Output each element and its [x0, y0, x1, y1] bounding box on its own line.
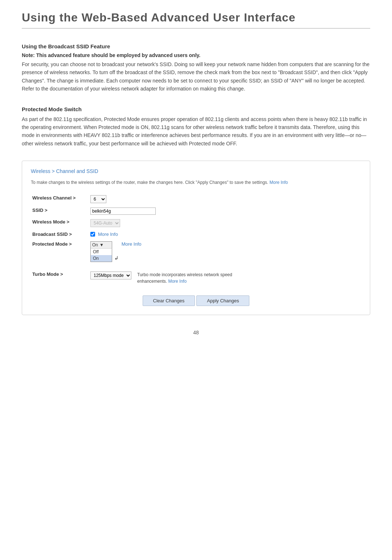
ssid-input[interactable] — [90, 208, 156, 215]
wireless-mode-select: 54G-Auto — [90, 219, 120, 227]
settings-table: Wireless Channel > 1234 5678 91011 SSID … — [31, 193, 361, 287]
panel-description-text: To make changes to the wireless settings… — [31, 180, 268, 185]
broadcast-ssid-checkbox[interactable] — [90, 232, 95, 237]
turbo-mode-value: 125Mbps mode Off Turbo mode incorporates… — [89, 264, 361, 287]
protected-mode-option-on[interactable]: On — [91, 255, 112, 262]
ssid-value — [89, 205, 361, 217]
turbo-more-info[interactable]: More Info — [168, 279, 187, 284]
dropdown-arrow-icon: ▼ — [99, 242, 104, 247]
protected-mode-body: As part of the 802.11g specification, Pr… — [22, 115, 370, 148]
protected-mode-title: Protected Mode Switch — [22, 106, 370, 112]
page-header: Using the Web-Based Advanced User Interf… — [22, 11, 370, 29]
broadcast-ssid-body: For security, you can choose not to broa… — [22, 60, 370, 93]
broadcast-ssid-note: Note: This advanced feature should be em… — [22, 52, 370, 58]
protected-mode-more-info[interactable]: More Info — [122, 241, 142, 247]
broadcast-ssid-title: Using the Broadcast SSID Feature — [22, 43, 370, 49]
broadcast-ssid-more-info[interactable]: More Info — [98, 231, 118, 237]
turbo-mode-row-content: 125Mbps mode Off Turbo mode incorporates… — [90, 271, 360, 285]
protected-mode-options: Off On — [91, 249, 112, 262]
ssid-label: SSID > — [31, 205, 89, 217]
panel-description: To make changes to the wireless settings… — [31, 179, 361, 186]
protected-mode-container: On ▼ Off On ↲ More In — [90, 241, 360, 262]
protected-mode-option-off[interactable]: Off — [91, 249, 112, 255]
page-wrapper: Using the Web-Based Advanced User Interf… — [0, 0, 392, 560]
protected-mode-current-value: On — [92, 242, 98, 247]
panel-more-info-link[interactable]: More Info — [270, 180, 288, 185]
broadcast-ssid-checkbox-row: More Info — [90, 231, 360, 237]
broadcast-ssid-field-label: Broadcast SSID > — [31, 229, 89, 239]
page-title: Using the Web-Based Advanced User Interf… — [22, 11, 370, 24]
protected-mode-header: On ▼ — [91, 242, 112, 249]
apply-changes-button[interactable]: Apply Changes — [196, 295, 249, 306]
protected-mode-row: Protected Mode > On ▼ Off — [31, 239, 361, 264]
panel-title: Wireless > Channel and SSID — [31, 168, 361, 174]
cursor-arrow-icon: ↲ — [114, 255, 119, 261]
broadcast-ssid-field-value: More Info — [89, 229, 361, 239]
protected-mode-section: Protected Mode Switch As part of the 802… — [22, 106, 370, 148]
turbo-mode-description: Turbo mode incorporates wireless network… — [137, 271, 239, 285]
protected-mode-value: On ▼ Off On ↲ More In — [89, 239, 361, 264]
wireless-mode-row: Wireless Mode > 54G-Auto — [31, 217, 361, 229]
broadcast-ssid-row: Broadcast SSID > More Info — [31, 229, 361, 239]
turbo-mode-label: Turbo Mode > — [31, 264, 89, 287]
wireless-channel-select[interactable]: 1234 5678 91011 — [90, 195, 106, 203]
settings-panel: Wireless > Channel and SSID To make chan… — [22, 161, 370, 315]
wireless-channel-value: 1234 5678 91011 — [89, 193, 361, 205]
wireless-channel-label: Wireless Channel > — [31, 193, 89, 205]
wireless-mode-label: Wireless Mode > — [31, 217, 89, 229]
page-number: 48 — [22, 330, 370, 335]
ssid-row: SSID > — [31, 205, 361, 217]
turbo-mode-row: Turbo Mode > 125Mbps mode Off Turbo mode… — [31, 264, 361, 287]
turbo-mode-select[interactable]: 125Mbps mode Off — [90, 271, 131, 279]
protected-mode-dropdown-wrapper: On ▼ Off On ↲ — [90, 241, 119, 262]
protected-mode-pseudo-dropdown: On ▼ Off On — [90, 241, 112, 262]
wireless-mode-value: 54G-Auto — [89, 217, 361, 229]
broadcast-ssid-section: Using the Broadcast SSID Feature Note: T… — [22, 43, 370, 93]
wireless-channel-row: Wireless Channel > 1234 5678 91011 — [31, 193, 361, 205]
protected-mode-label: Protected Mode > — [31, 239, 89, 264]
clear-changes-button[interactable]: Clear Changes — [143, 295, 195, 306]
buttons-row: Clear Changes Apply Changes — [31, 295, 361, 306]
